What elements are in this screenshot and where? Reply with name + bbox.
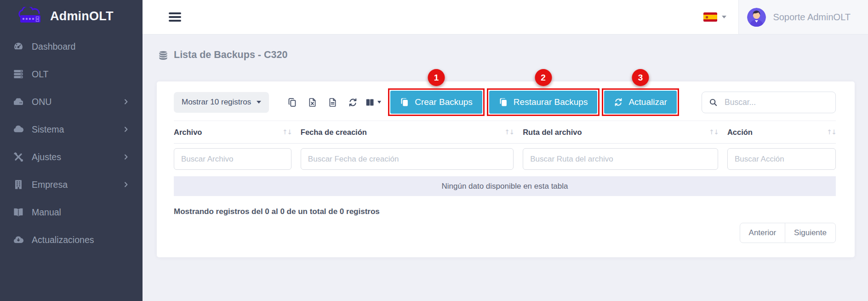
chevron-right-icon bbox=[122, 98, 130, 105]
copy-export-button[interactable] bbox=[284, 93, 300, 111]
columns-icon bbox=[365, 98, 375, 107]
sidebar-nav: DashboardOLTONUSistemaAjustesEmpresaManu… bbox=[0, 33, 143, 254]
table-empty-row: Ningún dato disponible en esta tabla bbox=[174, 176, 836, 196]
column-header-label: Acción bbox=[727, 128, 753, 137]
copy-icon bbox=[287, 98, 297, 107]
file-export-button[interactable] bbox=[325, 93, 341, 111]
next-page-button[interactable]: Siguiente bbox=[785, 223, 836, 243]
column-header-1[interactable]: Archivo↑↓ bbox=[174, 128, 291, 137]
sort-icon[interactable]: ↑↓ bbox=[504, 128, 514, 136]
reload-table-button[interactable] bbox=[345, 93, 361, 111]
sidebar-item-onu[interactable]: ONU bbox=[0, 88, 143, 116]
pagination: Anterior Siguiente bbox=[174, 223, 836, 243]
column-filter-input-1[interactable] bbox=[174, 148, 291, 170]
empresa-icon bbox=[13, 179, 24, 190]
column-visibility-button[interactable] bbox=[365, 93, 381, 111]
column-filter-input-2[interactable] bbox=[301, 148, 514, 170]
sidebar-item-label: ONU bbox=[32, 97, 51, 107]
empty-message: Ningún dato disponible en esta tabla bbox=[441, 182, 568, 191]
table-header-row: Archivo↑↓Fecha de creación↑↓Ruta del arc… bbox=[174, 121, 836, 144]
page-length-dropdown[interactable]: Mostrar 10 registros bbox=[174, 92, 269, 113]
chevron-right-icon bbox=[122, 126, 130, 133]
file-icon bbox=[328, 98, 337, 107]
ajustes-icon bbox=[13, 151, 24, 162]
sidebar-item-actualizaciones[interactable]: Actualizaciones bbox=[0, 226, 143, 254]
dashboard-icon bbox=[13, 41, 24, 52]
avatar bbox=[747, 8, 766, 27]
annotation-box-1: 1Crear Backups bbox=[388, 88, 485, 116]
annotation-box-3: 3Actualizar bbox=[602, 88, 679, 116]
annotation-box-2: 2Restaurar Backups bbox=[487, 88, 600, 116]
sidebar-item-label: Actualizaciones bbox=[32, 235, 94, 245]
sort-icon[interactable]: ↑↓ bbox=[827, 128, 836, 136]
caret-down-icon bbox=[722, 16, 726, 18]
sistema-icon bbox=[13, 124, 24, 135]
sidebar-item-label: Manual bbox=[32, 207, 61, 218]
export-button-group bbox=[284, 93, 381, 111]
actualizar-button[interactable]: Actualizar bbox=[604, 91, 676, 114]
annotation-badge-1: 1 bbox=[428, 69, 445, 86]
search-icon bbox=[709, 98, 718, 107]
sidebar-item-ajustes[interactable]: Ajustes bbox=[0, 143, 143, 171]
column-filter-input-3[interactable] bbox=[523, 148, 718, 170]
search-input[interactable] bbox=[724, 97, 829, 108]
user-menu[interactable]: Soporte AdminOLT bbox=[738, 0, 868, 34]
column-filter-input-4[interactable] bbox=[727, 148, 836, 170]
crear-backups-button[interactable]: Crear Backups bbox=[390, 91, 482, 114]
column-header-label: Ruta del archivo bbox=[523, 128, 582, 137]
previous-page-button[interactable]: Anterior bbox=[740, 223, 786, 243]
app-root: AdminOLT DashboardOLTONUSistemaAjustesEm… bbox=[0, 0, 868, 301]
database-icon bbox=[158, 50, 169, 61]
actualizaciones-icon bbox=[13, 234, 24, 245]
sidebar-item-empresa[interactable]: Empresa bbox=[0, 171, 143, 198]
hamburger-icon[interactable] bbox=[169, 12, 181, 22]
column-header-3[interactable]: Ruta del archivo↑↓ bbox=[523, 128, 718, 137]
button-label: Restaurar Backups bbox=[514, 97, 588, 107]
button-label: Actualizar bbox=[628, 97, 667, 107]
language-dropdown[interactable] bbox=[703, 12, 726, 22]
column-header-label: Archivo bbox=[174, 128, 202, 137]
manual-icon bbox=[13, 207, 24, 218]
app-title: AdminOLT bbox=[50, 9, 114, 23]
refresh-icon bbox=[614, 98, 623, 107]
sidebar: AdminOLT DashboardOLTONUSistemaAjustesEm… bbox=[0, 0, 143, 301]
cloud-olt-logo-icon bbox=[17, 7, 45, 25]
sidebar-item-label: Sistema bbox=[32, 124, 64, 135]
chevron-right-icon bbox=[122, 153, 130, 161]
excel-export-button[interactable] bbox=[304, 93, 320, 111]
chevron-right-icon bbox=[122, 181, 130, 188]
column-header-4[interactable]: Acción↑↓ bbox=[727, 128, 836, 137]
onu-icon bbox=[13, 96, 24, 107]
page-title: Lista de Backups - C320 bbox=[158, 49, 868, 61]
refresh-icon bbox=[348, 98, 358, 107]
column-header-2[interactable]: Fecha de creación↑↓ bbox=[301, 128, 514, 137]
table-search bbox=[702, 92, 836, 113]
table-filter-row bbox=[174, 144, 836, 176]
sidebar-item-manual[interactable]: Manual bbox=[0, 198, 143, 226]
annotated-button-group: 1Crear Backups2Restaurar Backups3Actuali… bbox=[388, 88, 679, 116]
sidebar-item-sistema[interactable]: Sistema bbox=[0, 116, 143, 143]
sidebar-item-dashboard[interactable]: Dashboard bbox=[0, 33, 143, 60]
caret-down-icon bbox=[377, 101, 381, 104]
sidebar-item-label: Ajustes bbox=[32, 152, 61, 162]
restaurar-backups-button[interactable]: Restaurar Backups bbox=[489, 91, 598, 114]
backups-card: Mostrar 10 registros 1Crear Backups2Rest… bbox=[157, 81, 855, 257]
column-header-label: Fecha de creación bbox=[301, 128, 367, 137]
caret-down-icon bbox=[257, 101, 261, 104]
table-info-text: Mostrando registros del 0 al 0 de un tot… bbox=[174, 207, 836, 216]
sort-icon[interactable]: ↑↓ bbox=[282, 128, 291, 136]
page-length-label: Mostrar 10 registros bbox=[182, 98, 251, 107]
button-label: Crear Backups bbox=[415, 97, 473, 107]
sort-icon[interactable]: ↑↓ bbox=[709, 128, 718, 136]
backups-table: Archivo↑↓Fecha de creación↑↓Ruta del arc… bbox=[174, 121, 836, 196]
topbar: Soporte AdminOLT bbox=[143, 0, 868, 35]
annotation-badge-3: 3 bbox=[632, 69, 649, 86]
page-title-text: Lista de Backups - C320 bbox=[174, 49, 287, 61]
sidebar-item-olt[interactable]: OLT bbox=[0, 60, 143, 88]
sidebar-item-label: Dashboard bbox=[32, 41, 75, 52]
copy-solid-icon bbox=[400, 98, 409, 107]
spain-flag-icon bbox=[703, 12, 717, 22]
excel-icon bbox=[308, 98, 317, 107]
app-logo[interactable]: AdminOLT bbox=[0, 0, 143, 25]
table-toolbar: Mostrar 10 registros 1Crear Backups2Rest… bbox=[174, 88, 836, 116]
